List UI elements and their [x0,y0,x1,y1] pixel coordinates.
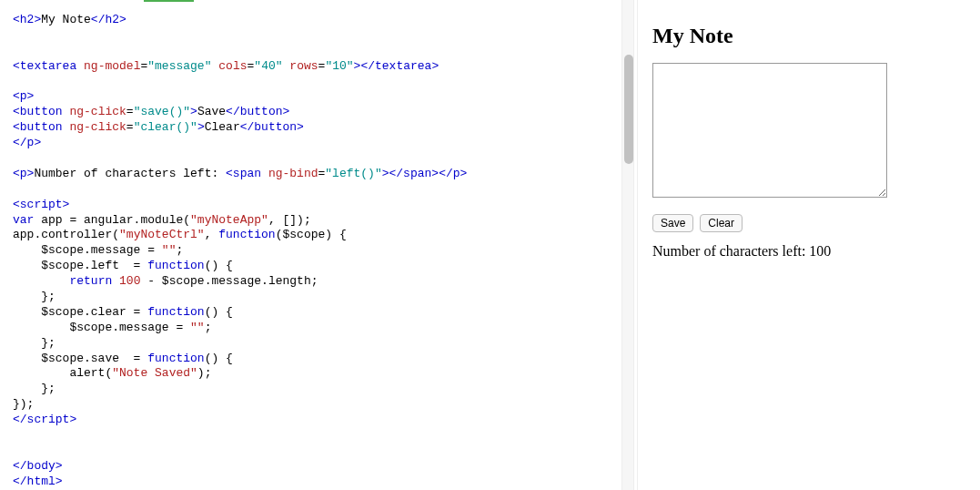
clear-button[interactable]: Clear [700,214,743,232]
char-count-value: 100 [809,243,831,259]
char-count-line: Number of characters left: 100 [652,243,965,260]
scrollbar-track[interactable] [621,0,634,490]
scrollbar-thumb[interactable] [624,55,633,164]
note-textarea[interactable] [652,63,887,198]
save-button[interactable]: Save [652,214,693,232]
button-row: Save Clear [652,214,965,232]
pane-divider[interactable] [619,0,637,490]
char-count-label: Number of characters left: [652,243,809,259]
active-tab-indicator [144,0,194,2]
preview-heading: My Note [652,24,965,48]
code-content[interactable]: <h2>My Note</h2> <textarea ng-model="mes… [13,13,610,490]
preview-pane: My Note Save Clear Number of characters … [637,0,980,490]
code-editor-pane[interactable]: <h2>My Note</h2> <textarea ng-model="mes… [0,0,619,490]
